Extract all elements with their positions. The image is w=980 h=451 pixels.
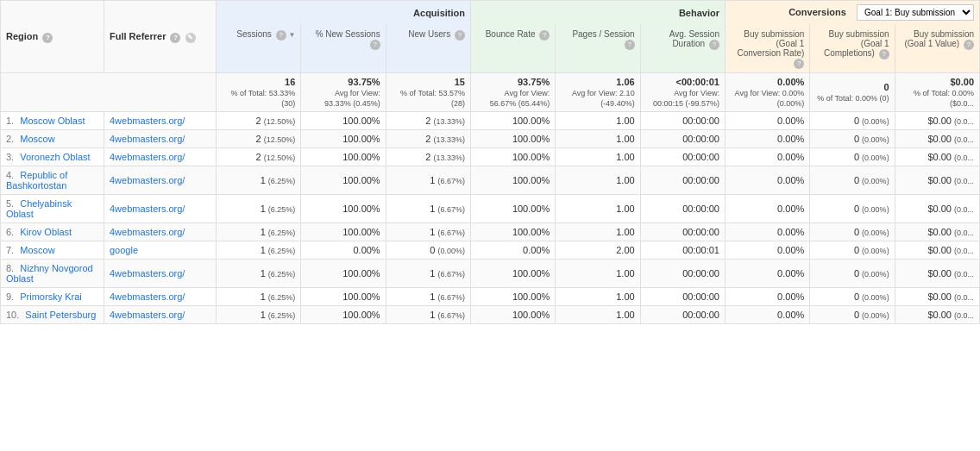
referrer-link[interactable]: 4webmasters.org/	[110, 152, 185, 162]
summary-pages: 1.06 Avg for View: 2.10 (-49.40%)	[556, 73, 640, 112]
referrer-link[interactable]: 4webmasters.org/	[110, 204, 185, 214]
cell-value: $0.00 (0.0...	[895, 195, 979, 223]
table-row: 7. Moscow google 1 (6.25%) 0.00% 0 (0.00…	[1, 241, 980, 260]
cell-pages: 2.00	[556, 241, 640, 260]
cell-region: 7. Moscow	[1, 241, 104, 260]
pct-new-help-icon[interactable]: ?	[370, 40, 380, 50]
referrer-link[interactable]: 4webmasters.org/	[110, 291, 185, 302]
cell-value: $0.00 (0.0...	[895, 130, 979, 148]
cell-conv-rate: 0.00%	[725, 130, 809, 148]
referrer-link[interactable]: 4webmasters.org/	[110, 227, 185, 237]
cell-new-users: 2 (13.33%)	[386, 148, 470, 166]
conv-rate-col-header: Buy submission (Goal 1 Conversion Rate) …	[725, 24, 809, 73]
cell-pct-new: 100.00%	[301, 260, 386, 288]
region-link[interactable]: Moscow	[20, 245, 54, 255]
cell-new-users: 1 (6.67%)	[386, 166, 470, 195]
cell-region: 3. Voronezh Oblast	[1, 148, 104, 166]
cell-avg-session: 00:00:00	[640, 148, 725, 166]
cell-value: $0.00 (0.0...	[895, 288, 979, 306]
pages-help-icon[interactable]: ?	[625, 40, 635, 50]
sessions-help-icon[interactable]: ?	[276, 30, 286, 41]
cell-pct-new: 100.00%	[301, 195, 386, 223]
table-row: 3. Voronezh Oblast 4webmasters.org/ 2 (1…	[1, 148, 980, 166]
conv-rate-help-icon[interactable]: ?	[794, 59, 804, 69]
summary-completions: 0 % of Total: 0.00% (0)	[810, 73, 895, 112]
cell-bounce-rate: 100.00%	[470, 148, 555, 166]
cell-bounce-rate: 100.00%	[470, 195, 555, 223]
goal-select[interactable]: Goal 1: Buy submission	[857, 4, 974, 21]
cell-conv-rate: 0.00%	[725, 112, 809, 130]
cell-pct-new: 0.00%	[301, 241, 386, 260]
cell-sessions: 1 (6.25%)	[217, 223, 301, 241]
referrer-link[interactable]: 4webmasters.org/	[110, 175, 185, 185]
cell-avg-session: 00:00:01	[640, 241, 725, 260]
cell-referrer: 4webmasters.org/	[104, 288, 217, 306]
table-row: 8. Nizhny Novgorod Oblast 4webmasters.or…	[1, 260, 980, 288]
referrer-link[interactable]: 4webmasters.org/	[110, 268, 185, 279]
new-users-help-icon[interactable]: ?	[455, 30, 465, 41]
region-link[interactable]: Moscow Oblast	[20, 116, 85, 126]
avg-sess-help-icon[interactable]: ?	[709, 40, 719, 50]
cell-value: $0.00 (0.0...	[895, 148, 979, 166]
summary-new-users: 15 % of Total: 53.57% (28)	[386, 73, 470, 112]
cell-value: $0.00 (0.0...	[895, 260, 979, 288]
summary-bounce-rate: 93.75% Avg for View: 56.67% (65.44%)	[470, 73, 555, 112]
referrer-link[interactable]: 4webmasters.org/	[110, 134, 185, 144]
table-row: 2. Moscow 4webmasters.org/ 2 (12.50%) 10…	[1, 130, 980, 148]
cell-bounce-rate: 100.00%	[470, 260, 555, 288]
region-link[interactable]: Primorsky Krai	[20, 291, 82, 302]
cell-value: $0.00 (0.0...	[895, 241, 979, 260]
cell-completions: 0 (0.00%)	[810, 130, 895, 148]
table-row: 1. Moscow Oblast 4webmasters.org/ 2 (12.…	[1, 112, 980, 130]
cell-pages: 1.00	[556, 148, 640, 166]
cell-pct-new: 100.00%	[301, 112, 386, 130]
referrer-link[interactable]: 4webmasters.org/	[110, 116, 185, 126]
region-link[interactable]: Nizhny Novgorod Oblast	[6, 263, 93, 284]
cell-pages: 1.00	[556, 260, 640, 288]
cell-value: $0.00 (0.0...	[895, 166, 979, 195]
region-help-icon[interactable]: ?	[42, 33, 53, 43]
cell-sessions: 1 (6.25%)	[217, 306, 301, 324]
cell-conv-rate: 0.00%	[725, 260, 809, 288]
cell-bounce-rate: 100.00%	[470, 223, 555, 241]
region-link[interactable]: Voronezh Oblast	[20, 152, 90, 162]
region-link[interactable]: Moscow	[20, 134, 54, 144]
cell-conv-rate: 0.00%	[725, 288, 809, 306]
pages-session-col-header: Pages / Session ?	[556, 24, 640, 73]
sessions-sort-icon[interactable]: ▼	[288, 31, 295, 39]
cell-pages: 1.00	[556, 223, 640, 241]
cell-avg-session: 00:00:00	[640, 195, 725, 223]
conv-completions-col-header: Buy submission (Goal 1 Completions) ?	[810, 24, 895, 73]
region-link[interactable]: Saint Petersburg	[25, 310, 96, 320]
cell-pct-new: 100.00%	[301, 288, 386, 306]
cell-pct-new: 100.00%	[301, 306, 386, 324]
conv-comp-help-icon[interactable]: ?	[879, 49, 889, 60]
cell-avg-session: 00:00:00	[640, 166, 725, 195]
new-users-col-header: New Users ?	[386, 24, 470, 73]
cell-pct-new: 100.00%	[301, 166, 386, 195]
table-row: 6. Kirov Oblast 4webmasters.org/ 1 (6.25…	[1, 223, 980, 241]
cell-new-users: 2 (13.33%)	[386, 112, 470, 130]
region-link[interactable]: Kirov Oblast	[20, 227, 72, 237]
cell-referrer: google	[104, 241, 217, 260]
avg-session-col-header: Avg. Session Duration ?	[640, 24, 725, 73]
referrer-help-icon[interactable]: ?	[170, 33, 180, 43]
bounce-help-icon[interactable]: ?	[539, 30, 550, 41]
cell-bounce-rate: 100.00%	[470, 306, 555, 324]
cell-conv-rate: 0.00%	[725, 306, 809, 324]
cell-referrer: 4webmasters.org/	[104, 223, 217, 241]
table-row: 9. Primorsky Krai 4webmasters.org/ 1 (6.…	[1, 288, 980, 306]
cell-region: 6. Kirov Oblast	[1, 223, 104, 241]
cell-bounce-rate: 0.00%	[470, 241, 555, 260]
cell-sessions: 1 (6.25%)	[217, 166, 301, 195]
summary-conv-rate: 0.00% Avg for View: 0.00% (0.00%)	[725, 73, 809, 112]
referrer-link[interactable]: 4webmasters.org/	[110, 310, 185, 320]
cell-new-users: 1 (6.67%)	[386, 306, 470, 324]
table-row: 10. Saint Petersburg 4webmasters.org/ 1 …	[1, 306, 980, 324]
cell-completions: 0 (0.00%)	[810, 223, 895, 241]
referrer-link[interactable]: google	[110, 245, 138, 255]
referrer-edit-icon[interactable]: ✎	[185, 33, 196, 43]
conv-val-help-icon[interactable]: ?	[964, 40, 974, 50]
cell-referrer: 4webmasters.org/	[104, 306, 217, 324]
summary-row: 16 % of Total: 53.33% (30) 93.75% Avg fo…	[1, 73, 980, 112]
